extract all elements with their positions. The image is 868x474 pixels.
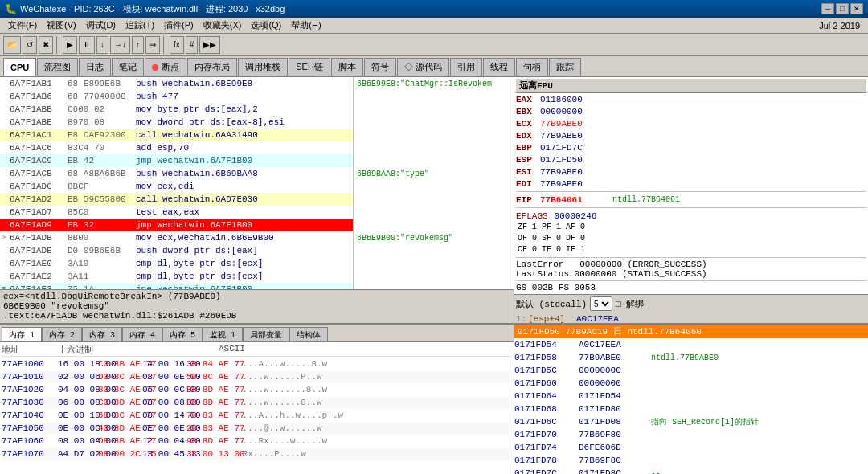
disasm-row[interactable]: 6A7F1ACB 68 A8BA6B6B push wechatwin.6B69… <box>0 167 353 180</box>
tab-threads[interactable]: 线程 <box>483 58 515 76</box>
tab-handles[interactable]: 句柄 <box>516 58 548 76</box>
disasm-row[interactable]: 6A7F1AD0 8BCF mov ecx,edi <box>0 180 353 193</box>
mem-tab-4[interactable]: 内存 4 <box>122 327 162 341</box>
close-process-button[interactable]: ✖ <box>39 36 53 54</box>
tab-seh[interactable]: SEH链 <box>289 58 330 76</box>
disasm-row[interactable]: 6A7F1AB1 68 E899E6B push wechatwin.6BE99… <box>0 77 353 90</box>
execute-till-button[interactable]: ⇒ <box>145 36 160 54</box>
restart-button[interactable]: ↺ <box>23 36 37 54</box>
mem-tab-locals[interactable]: 局部变量 <box>243 327 289 341</box>
comment-row-1: 6B6E99E8:"ChatMgr::IsRevokem <box>354 77 514 90</box>
menu-view[interactable]: 视图(V) <box>42 18 81 33</box>
mem-row[interactable]: 77AF1030 06 00 08 00 C0 8D AE 77 08 00 0… <box>2 396 512 409</box>
tab-script[interactable]: 脚本 <box>331 58 363 76</box>
stack-row[interactable]: 0171FD64 0171FD54 <box>514 390 868 402</box>
step-into-button[interactable]: ↓ <box>96 36 108 54</box>
tab-cpu[interactable]: CPU <box>3 58 36 76</box>
thread-select[interactable]: 5 <box>590 296 612 311</box>
disasm-row[interactable]: 6A7F1ABB C600 02 mov byte ptr ds:[eax],2 <box>0 103 353 116</box>
tab-log[interactable]: 日志 <box>79 58 111 76</box>
stack-row[interactable]: 0171FD5C 00000000 <box>514 364 868 377</box>
reg-value: 77B9ABE0 <box>540 179 612 189</box>
menu-options[interactable]: 选项(Q) <box>246 18 286 33</box>
mem-row[interactable]: 77AF1000 16 00 18 00 C0 8B AE 77 14 00 1… <box>2 358 512 370</box>
step-over-button[interactable]: →↓ <box>110 36 130 54</box>
run-button[interactable]: ▶ <box>63 36 77 54</box>
disasm-row[interactable]: > 6A7F1ADB 8B00 mov ecx,wechatwin.6B6E9B… <box>0 231 353 244</box>
step-out-button[interactable]: ↑ <box>132 36 144 54</box>
disasm-row[interactable]: 6A7F1AC6 83C4 70 add esp,70 <box>0 141 353 154</box>
disasm-row[interactable]: 6A7F1AC9 EB 42 jmp wechatwin.6A7F1B00 <box>0 154 353 167</box>
disasm-row[interactable]: 6A7F1AC1 E8 CAF92300 call wechatwin.6AA3… <box>0 129 353 141</box>
mem-row[interactable]: 77AF1060 08 00 0A 00 D8 8B AE 77 12 00 0… <box>2 435 512 447</box>
mem-row[interactable]: 77AF1040 0E 00 10 00 68 8C AE 77 00 00 1… <box>2 409 512 422</box>
mem-tab-watch[interactable]: 监视 1 <box>203 327 243 341</box>
last-error: LastError 00000000 (ERROR_SUCCESS) LastS… <box>516 259 866 279</box>
minimize-button[interactable]: ─ <box>821 3 834 14</box>
close-button[interactable]: ✕ <box>850 3 863 14</box>
disasm-row[interactable]: ▼ 6A7F1AE3 75 1A jne wechatwin.6A7F1B00 <box>0 283 353 289</box>
mem-tab-struct[interactable]: 结构体 <box>289 327 328 341</box>
mem-tab-1[interactable]: 内存 1 <box>2 327 42 341</box>
tab-memory-map[interactable]: 内存布局 <box>187 58 237 76</box>
mem-row[interactable]: 77AF1020 04 00 08 00 80 8C AE 77 06 00 0… <box>2 383 512 396</box>
disasm-row[interactable]: 6A7F1AD7 85C0 test eax,eax <box>0 206 353 219</box>
mem-tab-2[interactable]: 内存 2 <box>42 327 82 341</box>
open-file-button[interactable]: 📂 <box>3 36 21 54</box>
tab-bar: CPU 流程图 日志 笔记 断点 内存布局 调用堆栈 SEH链 脚本 符号 ◇ … <box>0 56 868 77</box>
menu-trace[interactable]: 追踪(T) <box>121 18 159 33</box>
stack-row-addr: 0171FD60 <box>514 378 579 388</box>
menu-plugins[interactable]: 插件(P) <box>159 18 199 33</box>
maximize-button[interactable]: □ <box>836 3 849 14</box>
disasm-row[interactable]: 6A7F1AD9 EB 32 jmp wechatwin.6A7F1B00 <box>0 219 353 231</box>
disasm-scroll[interactable]: 6A7F1AB1 68 E899E6B push wechatwin.6BE99… <box>0 77 353 289</box>
mem-row[interactable]: 77AF1070 A4 D7 02 00 08 00 2C 15 13 00 4… <box>2 447 512 460</box>
stack-row-addr: 0171FD74 <box>514 443 579 452</box>
stack-row[interactable]: 0171FD7C 0171FD8C -- <box>514 467 868 474</box>
row-addr: 6A7F1AD9 <box>10 220 68 230</box>
pause-button[interactable]: ⏸ <box>79 36 95 54</box>
reg-row: ECX 77B9ABE0 <box>516 117 866 129</box>
tab-graph[interactable]: 流程图 <box>37 58 78 76</box>
disasm-row[interactable]: 6A7F1AB6 68 77040000 push 477 <box>0 90 353 103</box>
row-mnem: push wechatwin.6BE99E8 <box>136 79 351 88</box>
stack-row[interactable]: 0171FD54 A0C17EEA <box>514 338 868 351</box>
fx-button[interactable]: fx <box>170 36 184 54</box>
stack-row[interactable]: 0171FD78 77B69F80 <box>514 454 868 467</box>
row-bytes: 68 A8BA6B6B <box>68 169 136 178</box>
tab-symbols[interactable]: 符号 <box>364 58 396 76</box>
tab-notes[interactable]: 笔记 <box>112 58 144 76</box>
stack-row[interactable]: 0171FD70 77B69F80 <box>514 428 868 441</box>
more-button[interactable]: ▶▶ <box>199 36 220 54</box>
menu-bar: 文件(F) 视图(V) 调试(D) 追踪(T) 插件(P) 收藏夹(X) 选项(… <box>0 18 868 34</box>
mem-row[interactable]: 77AF1050 0E 00 0C 00 40 8D AE 77 0E 00 0… <box>2 422 512 435</box>
disasm-row[interactable]: 6A7F1ADE D0 09B6E6B push dword ptr ds:[e… <box>0 244 353 257</box>
tab-trace[interactable]: 跟踪 <box>549 58 581 76</box>
stack-row[interactable]: 0171FD6C 0171FD08 指向 SEH_Record[1]的指针 <box>514 415 868 428</box>
tab-breakpoints[interactable]: 断点 <box>145 58 186 76</box>
menu-file[interactable]: 文件(F) <box>3 18 42 33</box>
stack-row[interactable]: 0171FD68 0171FD80 <box>514 402 868 415</box>
disasm-row[interactable]: 6A7F1AE2 3A11 cmp dl,byte ptr ds:[ecx] <box>0 270 353 283</box>
tab-refs[interactable]: 引用 <box>450 58 482 76</box>
stack-row[interactable]: 0171FD60 00000000 <box>514 377 868 390</box>
tab-callstack[interactable]: 调用堆栈 <box>238 58 288 76</box>
menu-help[interactable]: 帮助(H) <box>286 18 326 33</box>
toolbar-sep2 <box>163 36 166 54</box>
stack-row[interactable]: 0171FD74 D6FE606D <box>514 441 868 454</box>
disasm-row[interactable]: 6A7F1AD2 EB 59C55800 call wechatwin.6AD7… <box>0 193 353 206</box>
stack-row[interactable]: 0171FD58 77B9ABE0 ntdll.77B9ABE0 <box>514 351 868 364</box>
menu-favorites[interactable]: 收藏夹(X) <box>199 18 247 33</box>
mem-hex2: D8 8B AE 77 <box>98 436 142 446</box>
tab-source[interactable]: ◇ 源代码 <box>397 58 449 76</box>
menu-debug[interactable]: 调试(D) <box>81 18 121 33</box>
disasm-row[interactable]: 6A7F1ABE 8970 08 mov dword ptr ds:[eax-8… <box>0 116 353 129</box>
row-bytes: EB 42 <box>68 156 136 165</box>
disasm-row[interactable]: 6A7F1AE0 3A10 cmp dl,byte ptr ds:[ecx] <box>0 257 353 270</box>
hash-button[interactable]: # <box>186 36 199 54</box>
memory-content[interactable]: 地址 十六进制 ASCII 77AF1000 16 00 18 00 C0 8B… <box>0 342 514 474</box>
stack-row-comment: 指向 SEH_Record[1]的指针 <box>651 416 759 427</box>
mem-tab-3[interactable]: 内存 3 <box>82 327 122 341</box>
mem-row[interactable]: 77AF1010 02 00 06 00 D0 8C AE 77 08 00 0… <box>2 370 512 383</box>
mem-tab-5[interactable]: 内存 5 <box>162 327 203 341</box>
